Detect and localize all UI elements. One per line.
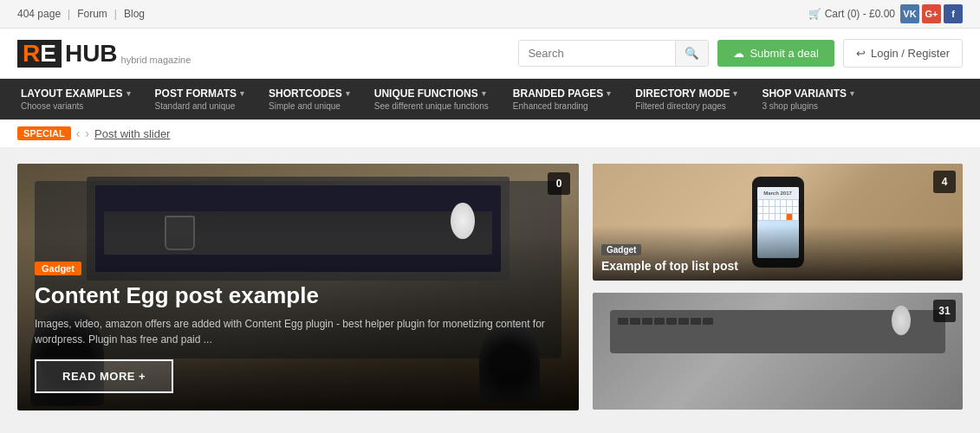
cart-info[interactable]: 🛒 Cart (0) - £0.00 <box>808 8 895 20</box>
keyboard-bg <box>593 293 963 410</box>
nav-item-shop-variants[interactable]: SHOP VARIANTS ▾ 3 shop plugins <box>750 79 866 120</box>
sep2: | <box>114 8 117 20</box>
nav-title-shortcodes: SHORTCODES ▾ <box>269 87 350 100</box>
post-description: Images, video, amazon offers are added w… <box>35 316 561 347</box>
right-card-2[interactable]: 31 <box>593 293 963 410</box>
sep1: | <box>68 8 70 20</box>
search-input[interactable] <box>519 41 675 66</box>
nav-sub-shortcodes: Simple and unique <box>269 101 350 111</box>
nav-sub-post-formats: Standard and unique <box>155 101 244 111</box>
social-icons: VK G+ f <box>900 4 963 23</box>
post-overlay: Gadget Content Egg post example Images, … <box>17 236 579 410</box>
chevron-down-icon: ▾ <box>850 89 854 98</box>
nav-item-directory-mode[interactable]: DIRECTORY MODE ▾ Filtered directory page… <box>623 79 750 120</box>
nav-sub-directory-mode: Filtered directory pages <box>635 101 737 111</box>
right-posts: March 2017 <box>593 164 963 410</box>
read-more-button[interactable]: READ MORE + <box>35 359 173 393</box>
comment-count-badge: 0 <box>548 172 570 195</box>
gplus-icon[interactable]: G+ <box>922 4 941 23</box>
chevron-down-icon: ▾ <box>482 89 486 98</box>
search-bar: 🔍 <box>518 40 709 67</box>
nav-sub-shop-variants: 3 shop plugins <box>762 101 854 111</box>
next-arrow[interactable]: › <box>85 126 89 140</box>
404-link[interactable]: 404 page <box>17 8 61 20</box>
login-register-button[interactable]: ↩ Login / Register <box>843 39 963 68</box>
header-right: 🔍 ☁ Submit a deal ↩ Login / Register <box>518 39 963 68</box>
top-bar-right: 🛒 Cart (0) - £0.00 VK G+ f <box>808 4 963 23</box>
breadcrumb: SPECIAL ‹ › Post with slider <box>0 120 980 148</box>
search-button[interactable]: 🔍 <box>675 41 708 66</box>
logo-re: RE <box>17 40 62 68</box>
right-card-2-image <box>593 293 963 410</box>
vk-icon[interactable]: VK <box>900 4 919 23</box>
post-category-badge: Gadget <box>35 262 81 275</box>
chevron-down-icon: ▾ <box>127 89 131 98</box>
nav-title-layout: LAYOUT EXAMPLES ▾ <box>21 87 131 100</box>
top-bar-links: 404 page | Forum | Blog <box>17 8 145 20</box>
nav-title-directory-mode: DIRECTORY MODE ▾ <box>635 87 737 100</box>
nav-item-post-formats[interactable]: POST FORMATS ▾ Standard and unique <box>143 79 256 120</box>
top-bar: 404 page | Forum | Blog 🛒 Cart (0) - £0.… <box>0 0 980 29</box>
forum-link[interactable]: Forum <box>77 8 107 20</box>
upload-icon: ☁ <box>733 47 744 60</box>
logo[interactable]: RE HUB hybrid magazine <box>17 40 191 68</box>
nav-sub-unique-functions: See different unique functions <box>374 101 489 111</box>
chevron-down-icon: ▾ <box>733 89 737 98</box>
cart-icon: 🛒 <box>808 8 821 20</box>
logo-sub: hybrid magazine <box>121 55 191 65</box>
right-card-1-overlay: Gadget Example of top list post <box>593 225 963 281</box>
main-nav: LAYOUT EXAMPLES ▾ Choose variants POST F… <box>0 79 980 120</box>
nav-title-unique-functions: UNIQUE FUNCTIONS ▾ <box>374 87 489 100</box>
chevron-down-icon: ▾ <box>607 89 611 98</box>
right-card-1-title: Example of top list post <box>601 259 954 274</box>
nav-sub-layout: Choose variants <box>21 101 131 111</box>
special-badge: SPECIAL <box>17 126 71 140</box>
login-label: Login / Register <box>871 47 950 60</box>
search-icon: 🔍 <box>685 47 699 60</box>
blog-link[interactable]: Blog <box>124 8 145 20</box>
main-post-card: 0 Gadget Content Egg post example Images… <box>17 164 579 410</box>
logo-hub: HUB <box>62 40 118 68</box>
chevron-down-icon: ▾ <box>346 89 350 98</box>
submit-deal-label: Submit a deal <box>750 47 819 60</box>
right-card-1[interactable]: March 2017 <box>593 164 963 281</box>
nav-item-layout[interactable]: LAYOUT EXAMPLES ▾ Choose variants <box>9 79 143 120</box>
right-card-1-category: Gadget <box>601 244 641 255</box>
nav-sub-branded-pages: Enhanced branding <box>513 101 611 111</box>
header: RE HUB hybrid magazine 🔍 ☁ Submit a deal… <box>0 29 980 79</box>
fb-icon[interactable]: f <box>944 4 963 23</box>
nav-item-unique-functions[interactable]: UNIQUE FUNCTIONS ▾ See different unique … <box>362 79 501 120</box>
nav-title-post-formats: POST FORMATS ▾ <box>155 87 244 100</box>
prev-arrow[interactable]: ‹ <box>76 126 81 140</box>
right-card-2-badge: 31 <box>933 300 956 322</box>
breadcrumb-link[interactable]: Post with slider <box>94 127 170 140</box>
nav-title-branded-pages: BRANDED PAGES ▾ <box>513 87 611 100</box>
cart-label: Cart (0) - £0.00 <box>825 8 895 20</box>
nav-item-shortcodes[interactable]: SHORTCODES ▾ Simple and unique <box>256 79 362 120</box>
submit-deal-button[interactable]: ☁ Submit a deal <box>717 40 834 67</box>
content-area: 0 Gadget Content Egg post example Images… <box>0 148 980 426</box>
nav-title-shop-variants: SHOP VARIANTS ▾ <box>762 87 854 100</box>
post-title: Content Egg post example <box>35 282 561 309</box>
right-card-1-badge: 4 <box>933 171 956 193</box>
nav-item-branded-pages[interactable]: BRANDED PAGES ▾ Enhanced branding <box>501 79 623 120</box>
chevron-down-icon: ▾ <box>240 89 244 98</box>
login-icon: ↩ <box>856 47 866 60</box>
